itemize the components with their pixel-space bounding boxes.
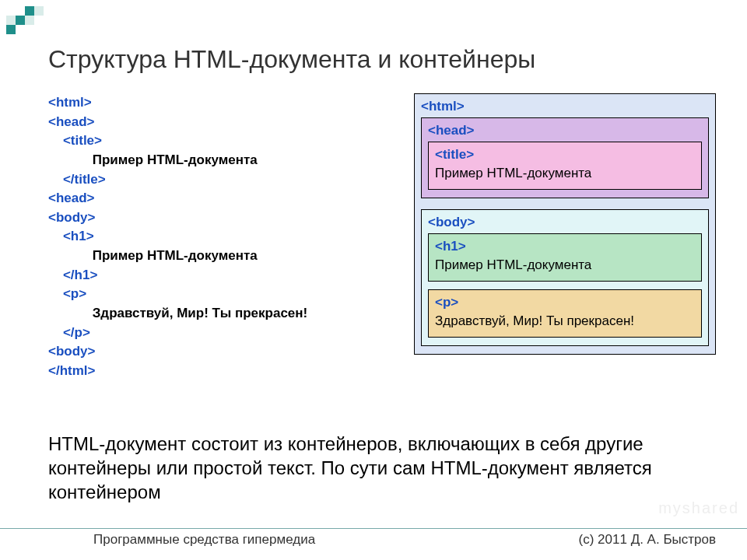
code-tag: <body>: [48, 344, 95, 359]
diagram-label: <title>: [435, 147, 474, 162]
code-text: Пример HTML-документа: [93, 152, 258, 167]
svg-rect-2: [6, 16, 16, 25]
code-tag: <head>: [48, 114, 95, 129]
description-paragraph: HTML-документ состоит из контейнеров, вк…: [48, 432, 700, 505]
diagram-label: <html>: [421, 99, 465, 114]
diagram-html-box: <html> <head> <title> Пример HTML-докуме…: [414, 93, 716, 355]
diagram-p-box: <p> Здравствуй, Мир! Ты прекрасен!: [428, 289, 702, 338]
diagram-head-box: <head> <title> Пример HTML-документа: [421, 117, 709, 198]
svg-rect-5: [6, 25, 16, 34]
code-text: Пример HTML-документа: [93, 248, 258, 263]
code-tag: </title>: [63, 172, 106, 187]
diagram-h1-box: <h1> Пример HTML-документа: [428, 233, 702, 282]
logo-icon: [6, 6, 53, 44]
footer: Программные средства гипермедиа (с) 2011…: [0, 528, 747, 548]
code-tag: </h1>: [63, 268, 97, 282]
code-tag: <head>: [48, 191, 95, 205]
slide-title: Структура HTML-документа и контейнеры: [48, 45, 535, 74]
diagram-label: <head>: [428, 123, 475, 138]
watermark: myshared: [658, 499, 739, 517]
code-tag: </html>: [48, 363, 95, 378]
diagram-body-box: <body> <h1> Пример HTML-документа <p> Зд…: [421, 209, 709, 346]
code-listing: <html> <head> <title> Пример HTML-докуме…: [48, 93, 391, 381]
diagram-text: Пример HTML-документа: [435, 166, 695, 181]
svg-rect-1: [34, 6, 44, 16]
footer-right: (с) 2011 Д. А. Быстров: [579, 532, 716, 548]
svg-rect-4: [25, 16, 34, 25]
code-text: Здравствуй, Мир! Ты прекрасен!: [93, 306, 308, 320]
footer-left: Программные средства гипермедиа: [93, 532, 315, 548]
code-tag: <html>: [48, 95, 92, 110]
diagram-text: Здравствуй, Мир! Ты прекрасен!: [435, 313, 695, 329]
code-tag: <title>: [63, 133, 102, 148]
diagram-label: <p>: [435, 295, 458, 310]
code-tag: <body>: [48, 210, 95, 225]
diagram-text: Пример HTML-документа: [435, 257, 695, 273]
svg-rect-0: [25, 6, 34, 16]
diagram-label: <h1>: [435, 239, 466, 254]
code-tag: <p>: [63, 286, 86, 301]
code-tag: </p>: [63, 325, 90, 340]
svg-rect-3: [16, 16, 25, 25]
code-tag: <h1>: [63, 229, 94, 243]
diagram-title-box: <title> Пример HTML-документа: [428, 142, 702, 190]
diagram-label: <body>: [428, 215, 475, 229]
container-diagram: <html> <head> <title> Пример HTML-докуме…: [414, 93, 716, 381]
